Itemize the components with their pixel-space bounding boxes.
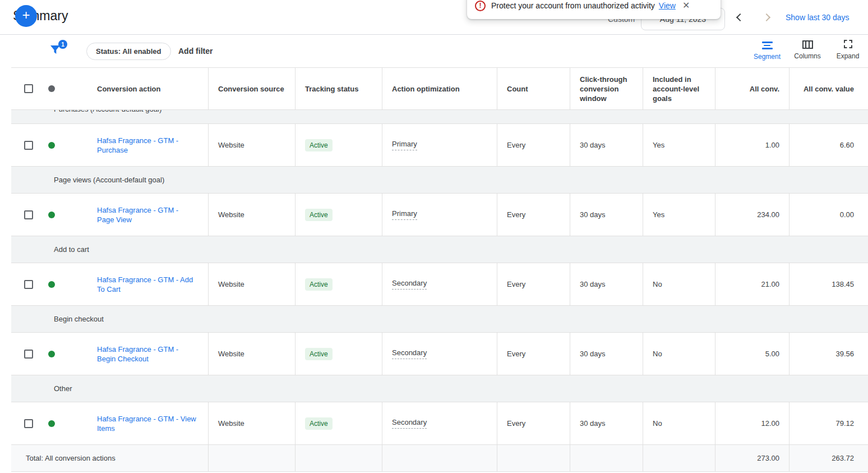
window-value: 30 days	[580, 419, 606, 428]
row-checkbox[interactable]	[24, 210, 33, 219]
status-dot-icon	[48, 420, 55, 427]
all-conv: 234.00	[757, 210, 779, 219]
group-header-row: Begin checkout	[11, 306, 868, 333]
status-dot-icon	[48, 351, 55, 357]
count-value: Every	[507, 280, 525, 288]
tracking-status-badge: Active	[305, 417, 333, 430]
group-label: Begin checkout	[54, 315, 104, 324]
segment-button[interactable]: Segment	[752, 39, 782, 61]
status-dot-icon	[48, 281, 55, 288]
all-conv: 5.00	[765, 350, 779, 358]
conversion-action-link[interactable]: Hafsa Fragrance - GTM - Purchase	[97, 136, 197, 155]
conversion-source: Website	[218, 141, 244, 149]
included-value: No	[653, 350, 662, 358]
columns-label: Columns	[794, 52, 820, 60]
segment-label: Segment	[754, 53, 781, 61]
conversion-source: Website	[218, 350, 244, 358]
action-optimization[interactable]: Secondary	[392, 348, 427, 359]
all-conv-value: 6.60	[840, 141, 854, 149]
header-click-through-window: Click-through conversion window	[570, 68, 643, 109]
notification-banner: ! Protect your account from unauthorized…	[467, 0, 721, 19]
filter-count-badge: 1	[58, 40, 67, 49]
total-all-conv: 273.00	[715, 445, 789, 471]
alert-icon: !	[475, 1, 486, 11]
group-header-row: Other	[11, 375, 868, 402]
group-header-row: Add to cart	[11, 236, 868, 263]
add-filter-button[interactable]: Add filter	[178, 47, 213, 56]
all-conv-value: 79.12	[835, 419, 854, 428]
action-optimization[interactable]: Primary	[392, 140, 417, 150]
count-value: Every	[507, 350, 525, 358]
filter-funnel-icon[interactable]: 1	[49, 44, 68, 61]
banner-view-link[interactable]: View	[659, 1, 676, 10]
table-header-row: Conversion action Conversion source Trac…	[11, 67, 868, 110]
window-value: 30 days	[580, 141, 606, 149]
total-all-conv-value: 263.72	[789, 445, 868, 471]
header-all-conv: All conv.	[715, 68, 789, 109]
tracking-status-badge: Active	[305, 209, 333, 221]
chevron-left-icon[interactable]	[736, 13, 744, 21]
status-dot-header-icon	[48, 85, 55, 92]
status-filter-chip[interactable]: Status: All enabled	[86, 43, 171, 60]
conversion-action-link[interactable]: Hafsa Fragrance - GTM - Add To Cart	[97, 275, 197, 294]
group-label: Other	[54, 384, 72, 393]
action-optimization[interactable]: Secondary	[392, 279, 427, 290]
all-conv-value: 138.45	[832, 280, 854, 288]
total-label: Total: All conversion actions	[11, 445, 208, 471]
window-value: 30 days	[580, 350, 606, 358]
included-value: No	[653, 419, 662, 428]
status-dot-icon	[48, 212, 55, 218]
header-all-conv-value: All conv. value	[789, 68, 868, 109]
action-optimization[interactable]: Secondary	[392, 418, 427, 429]
table-toolbar: + 1 Status: All enabled Add filter Segme…	[0, 35, 868, 67]
count-value: Every	[507, 141, 525, 149]
action-optimization[interactable]: Primary	[392, 209, 417, 220]
add-conversion-button[interactable]: +	[15, 5, 37, 27]
all-conv: 21.00	[761, 280, 779, 288]
group-label: Purchases (Account-default goal)	[54, 110, 161, 114]
conversion-action-link[interactable]: Hafsa Fragrance - GTM - Begin Checkout	[97, 345, 197, 364]
expand-label: Expand	[837, 52, 860, 60]
all-conv-value: 39.56	[835, 350, 854, 358]
row-checkbox[interactable]	[24, 350, 33, 359]
header-conversion-action: Conversion action	[97, 84, 160, 94]
row-checkbox[interactable]	[24, 141, 33, 150]
status-dot-icon	[48, 142, 55, 149]
expand-icon	[843, 39, 853, 49]
row-checkbox[interactable]	[24, 419, 33, 428]
row-checkbox[interactable]	[24, 280, 33, 289]
all-conv: 12.00	[761, 419, 779, 428]
included-value: No	[653, 280, 662, 288]
all-conv-value: 0.00	[840, 210, 854, 219]
expand-button[interactable]: Expand	[833, 39, 862, 61]
header-count: Count	[497, 68, 570, 109]
table-row: Hafsa Fragrance - GTM - Page View Websit…	[11, 194, 868, 236]
included-value: Yes	[653, 141, 664, 149]
total-row: Total: All conversion actions 273.00 263…	[11, 445, 868, 472]
count-value: Every	[507, 210, 525, 219]
table-body: Purchases (Account-default goal) Hafsa F…	[11, 110, 868, 445]
group-header-row: Page views (Account-default goal)	[11, 167, 868, 194]
show-last-30-days-link[interactable]: Show last 30 days	[786, 13, 849, 22]
count-value: Every	[507, 419, 525, 428]
header-action-optimization: Action optimization	[382, 68, 497, 109]
table-row: Hafsa Fragrance - GTM - View Items Websi…	[11, 402, 868, 445]
conversion-actions-table: Conversion action Conversion source Trac…	[11, 67, 868, 472]
conversion-action-link[interactable]: Hafsa Fragrance - GTM - Page View	[97, 205, 197, 224]
columns-button[interactable]: Columns	[793, 39, 822, 61]
conversions-summary-page: Summary Custom Aug 11, 2023 Show last 30…	[0, 0, 868, 473]
tracking-status-badge: Active	[305, 348, 333, 360]
chevron-right-icon[interactable]	[763, 13, 770, 21]
close-icon[interactable]: ✕	[682, 1, 690, 10]
columns-icon	[802, 40, 813, 49]
table-tools: Segment Columns Expand	[752, 39, 862, 61]
tracking-status-badge: Active	[305, 139, 333, 151]
banner-message: Protect your account from unauthorized a…	[491, 1, 655, 10]
table-row: Hafsa Fragrance - GTM - Add To Cart Webs…	[11, 263, 868, 306]
select-all-checkbox[interactable]	[24, 84, 33, 93]
group-header-row: Purchases (Account-default goal)	[11, 110, 868, 124]
window-value: 30 days	[580, 210, 606, 219]
conversion-action-link[interactable]: Hafsa Fragrance - GTM - View Items	[97, 414, 197, 433]
tracking-status-badge: Active	[305, 278, 333, 291]
conversion-source: Website	[218, 419, 244, 428]
